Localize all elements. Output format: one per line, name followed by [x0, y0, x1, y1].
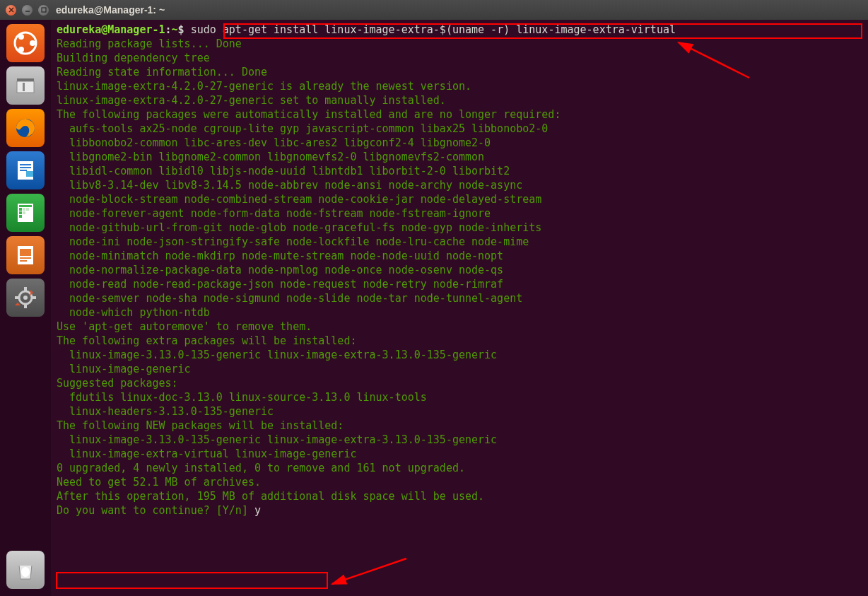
svg-rect-6 — [17, 81, 34, 93]
calc-icon[interactable] — [6, 194, 45, 232]
svg-rect-16 — [19, 208, 22, 211]
svg-rect-13 — [26, 171, 33, 177]
svg-rect-20 — [23, 211, 25, 214]
settings-icon[interactable] — [6, 279, 45, 317]
svg-rect-17 — [23, 208, 25, 211]
continue-prompt: Do you want to continue? [Y/n] — [57, 504, 254, 517]
svg-rect-10 — [20, 164, 31, 165]
firefox-icon[interactable] — [6, 109, 45, 147]
minimize-icon[interactable] — [22, 5, 33, 16]
svg-rect-15 — [19, 205, 32, 207]
svg-point-3 — [18, 34, 24, 40]
window-title: edureka@Manager-1: ~ — [56, 4, 165, 16]
svg-rect-23 — [20, 249, 31, 256]
svg-point-27 — [23, 296, 28, 300]
output-lines: Reading package lists... Done Building d… — [57, 37, 561, 503]
svg-rect-12 — [20, 170, 27, 171]
svg-point-35 — [21, 567, 30, 577]
files-icon[interactable] — [6, 66, 45, 105]
unity-launcher: >_ — [0, 20, 51, 596]
svg-rect-21 — [19, 215, 22, 218]
continue-answer: y — [254, 504, 261, 517]
svg-rect-34 — [18, 563, 33, 566]
svg-rect-31 — [32, 296, 36, 299]
svg-rect-0 — [42, 8, 46, 12]
svg-rect-5 — [17, 78, 34, 81]
prompt-sep: : — [165, 23, 172, 36]
svg-rect-25 — [20, 260, 27, 262]
svg-rect-19 — [19, 211, 22, 214]
svg-rect-28 — [24, 287, 27, 291]
close-icon[interactable] — [6, 5, 16, 16]
command-text: sudo apt-get install linux-image-extra-$… — [191, 23, 676, 36]
svg-rect-30 — [15, 296, 19, 299]
window-titlebar: edureka@Manager-1: ~ — [0, 0, 868, 20]
svg-rect-29 — [24, 304, 27, 308]
svg-rect-7 — [23, 83, 25, 91]
prompt-end: $ — [178, 23, 184, 36]
svg-rect-24 — [20, 257, 31, 259]
maximize-icon[interactable] — [38, 5, 49, 16]
trash-icon[interactable] — [6, 551, 45, 589]
svg-rect-11 — [20, 167, 31, 168]
impress-icon[interactable] — [6, 236, 45, 274]
svg-point-4 — [18, 47, 24, 52]
svg-point-2 — [30, 40, 35, 46]
svg-rect-18 — [26, 208, 29, 211]
ubuntu-dash-icon[interactable] — [6, 24, 45, 62]
prompt-path: ~ — [172, 23, 178, 36]
prompt-user: edureka@Manager-1 — [57, 23, 165, 36]
terminal-output[interactable]: edureka@Manager-1:~$ sudo apt-get instal… — [51, 20, 868, 596]
writer-icon[interactable] — [6, 151, 45, 189]
